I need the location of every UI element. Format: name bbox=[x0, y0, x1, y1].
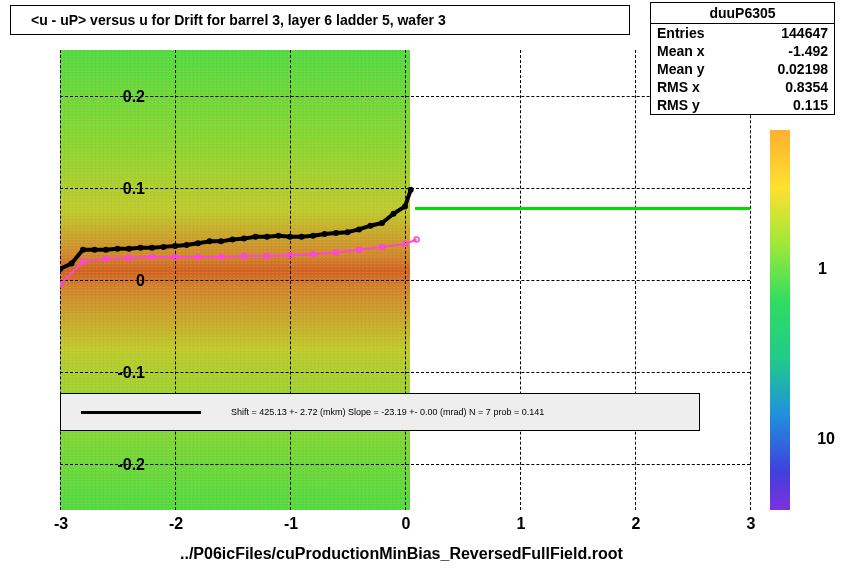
file-path-label: ../P06icFiles/cuProductionMinBias_Revers… bbox=[180, 545, 623, 563]
grid-v bbox=[60, 50, 61, 510]
stats-meany-label: Mean y bbox=[657, 61, 704, 77]
ytick-label: 0 bbox=[95, 272, 145, 290]
stats-meany-value: 0.02198 bbox=[777, 61, 828, 77]
grid-v bbox=[750, 50, 751, 510]
xtick-label: 2 bbox=[621, 515, 651, 533]
stats-entries-value: 144647 bbox=[781, 25, 828, 41]
grid-v bbox=[405, 50, 406, 510]
chart-title-box: <u - uP> versus u for Drift for barrel 3… bbox=[10, 5, 630, 35]
grid-v bbox=[635, 50, 636, 510]
grid-v bbox=[520, 50, 521, 510]
plot-area: Shift = 425.13 +- 2.72 (mkm) Slope = -23… bbox=[60, 50, 750, 510]
stats-entries-row: Entries 144647 bbox=[651, 24, 834, 42]
stats-rmsy-row: RMS y 0.115 bbox=[651, 96, 834, 114]
colorbar-tick-10: 10 bbox=[817, 430, 835, 448]
ytick-label: -0.1 bbox=[95, 364, 145, 382]
stats-entries-label: Entries bbox=[657, 25, 704, 41]
stats-rmsy-label: RMS y bbox=[657, 97, 700, 113]
chart-title: <u - uP> versus u for Drift for barrel 3… bbox=[31, 12, 446, 28]
stats-meanx-value: -1.492 bbox=[788, 43, 828, 59]
stats-name: duuP6305 bbox=[651, 3, 834, 24]
xtick-label: 0 bbox=[391, 515, 421, 533]
svg-rect-54 bbox=[770, 130, 790, 510]
ytick-label: 0.2 bbox=[95, 88, 145, 106]
stats-meanx-label: Mean x bbox=[657, 43, 704, 59]
ytick-label: -0.2 bbox=[95, 456, 145, 474]
chart-container: <u - uP> versus u for Drift for barrel 3… bbox=[0, 0, 845, 568]
xtick-label: 3 bbox=[736, 515, 766, 533]
stats-meanx-row: Mean x -1.492 bbox=[651, 42, 834, 60]
stats-rmsx-label: RMS x bbox=[657, 79, 700, 95]
xtick-label: -3 bbox=[46, 515, 76, 533]
stats-rmsx-row: RMS x 0.8354 bbox=[651, 78, 834, 96]
colorbar-tick-1: 1 bbox=[818, 260, 827, 278]
grid-v bbox=[175, 50, 176, 510]
xtick-label: -2 bbox=[161, 515, 191, 533]
fit-legend-box: Shift = 425.13 +- 2.72 (mkm) Slope = -23… bbox=[60, 393, 700, 431]
legend-line-icon bbox=[81, 411, 201, 414]
ytick-label: 0.1 bbox=[95, 180, 145, 198]
xtick-label: -1 bbox=[276, 515, 306, 533]
colorbar bbox=[770, 130, 790, 510]
stats-meany-row: Mean y 0.02198 bbox=[651, 60, 834, 78]
stats-rmsy-value: 0.115 bbox=[793, 97, 828, 113]
stats-box: duuP6305 Entries 144647 Mean x -1.492 Me… bbox=[650, 2, 835, 115]
stats-rmsx-value: 0.8354 bbox=[785, 79, 828, 95]
grid-v bbox=[290, 50, 291, 510]
fit-text: Shift = 425.13 +- 2.72 (mkm) Slope = -23… bbox=[231, 407, 544, 417]
green-fit-line bbox=[415, 207, 750, 210]
xtick-label: 1 bbox=[506, 515, 536, 533]
svg-point-53 bbox=[414, 237, 419, 242]
